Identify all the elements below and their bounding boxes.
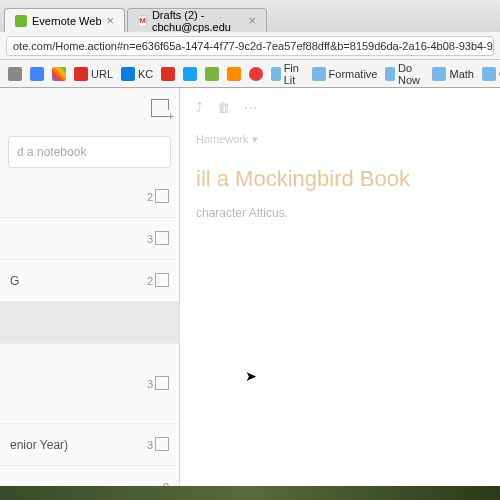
folder-icon	[385, 67, 394, 81]
gmail-favicon: M	[138, 15, 147, 27]
tab-strip: Evernote Web × M Drafts (2) - cbchu@cps.…	[0, 0, 500, 32]
tab-label: Drafts (2) - cbchu@cps.edu	[152, 9, 244, 33]
note-editor: ⤴ 🗑 ⋯ Homework ▾ ill a Mockingbird Book …	[180, 88, 500, 500]
bookmark-item[interactable]	[30, 67, 44, 81]
bookmark-formative[interactable]: Formative	[312, 67, 378, 81]
stack-icon	[157, 191, 169, 203]
note-title[interactable]: ill a Mockingbird Book	[196, 166, 484, 192]
tab-label: Evernote Web	[32, 15, 102, 27]
tab-gmail[interactable]: M Drafts (2) - cbchu@cps.edu ×	[127, 8, 267, 32]
bookmark-donow[interactable]: Do Now	[385, 62, 424, 86]
note-notebook-selector[interactable]: Homework ▾	[196, 133, 484, 146]
folder-icon	[271, 67, 280, 81]
folder-icon	[482, 67, 496, 81]
bookmark-item[interactable]	[249, 67, 263, 81]
notebook-sidebar: d a notebook 2 3 G2 3 enior Year)3 0	[0, 88, 180, 500]
stack-icon	[157, 439, 169, 451]
folder-icon	[432, 67, 446, 81]
close-icon[interactable]: ×	[249, 13, 257, 28]
search-notebook-input[interactable]: d a notebook	[8, 136, 171, 168]
cursor-icon: ➤	[245, 368, 257, 384]
bookmark-twitter[interactable]	[183, 67, 197, 81]
notebook-item[interactable]: G2	[0, 260, 179, 302]
bookmark-item[interactable]	[205, 67, 219, 81]
stack-icon	[157, 233, 169, 245]
notebook-item[interactable]: 3	[0, 344, 179, 424]
url-field[interactable]: ote.com/Home.action#n=e636f65a-1474-4f77…	[6, 36, 494, 56]
bookmark-apps[interactable]	[8, 67, 22, 81]
close-icon[interactable]: ×	[107, 13, 115, 28]
folder-icon	[312, 67, 326, 81]
bookmark-kc[interactable]: KC	[121, 67, 153, 81]
url-bar: ote.com/Home.action#n=e636f65a-1474-4f77…	[0, 32, 500, 60]
new-notebook-icon[interactable]	[151, 99, 169, 117]
notebook-item[interactable]: 2	[0, 176, 179, 218]
bookmark-item[interactable]	[52, 67, 66, 81]
app-content: d a notebook 2 3 G2 3 enior Year)3 0 ⤴ 🗑…	[0, 88, 500, 500]
bookmark-item[interactable]	[161, 67, 175, 81]
notebook-list: 2 3 G2 3 enior Year)3 0	[0, 176, 179, 500]
notebook-item[interactable]: 3	[0, 218, 179, 260]
trash-icon[interactable]: 🗑	[217, 100, 230, 115]
more-icon[interactable]: ⋯	[244, 100, 257, 115]
bookmark-url[interactable]: URL	[74, 67, 113, 81]
tab-evernote[interactable]: Evernote Web ×	[4, 8, 125, 32]
notebook-item[interactable]: enior Year)3	[0, 424, 179, 466]
bookmark-finlit[interactable]: Fin Lit	[271, 62, 303, 86]
notebook-item-selected[interactable]	[0, 302, 179, 344]
bookmarks-bar: URL KC Fin Lit Formative Do Now Math CPS	[0, 60, 500, 88]
desktop-background	[0, 486, 500, 500]
evernote-favicon	[15, 15, 27, 27]
note-toolbar: ⤴ 🗑 ⋯	[196, 100, 484, 115]
bookmark-item[interactable]	[227, 67, 241, 81]
share-icon[interactable]: ⤴	[196, 100, 203, 115]
bookmark-cps[interactable]: CPS	[482, 67, 500, 81]
stack-icon	[157, 275, 169, 287]
stack-icon	[157, 378, 169, 390]
note-body[interactable]: character Atticus.	[196, 206, 484, 220]
bookmark-math[interactable]: Math	[432, 67, 473, 81]
